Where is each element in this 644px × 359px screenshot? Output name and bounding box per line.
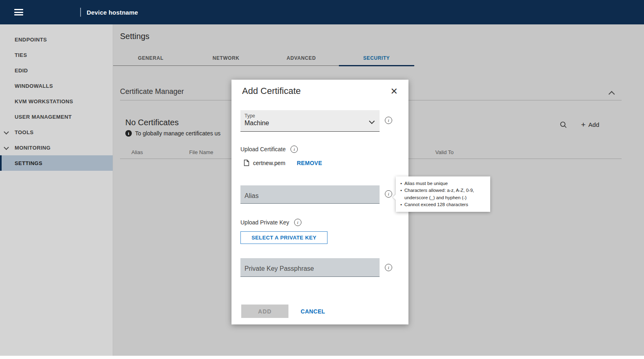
sidebar-item-label: TOOLS xyxy=(15,129,34,135)
sidebar-item-label: MONITORING xyxy=(15,145,50,151)
upload-private-key-info-icon[interactable]: i xyxy=(294,219,301,226)
screen: Device hostname ENDPOINTS TIES EDID WIND… xyxy=(0,0,644,359)
tab-general[interactable]: GENERAL xyxy=(113,50,188,65)
column-header-file-name: File Name xyxy=(189,149,213,155)
modal-title: Add Certificate xyxy=(242,86,301,96)
sidebar-item-label: EDID xyxy=(15,67,28,74)
type-select-value: Machine xyxy=(245,120,375,127)
file-icon xyxy=(244,159,249,166)
upload-certificate-info-icon[interactable]: i xyxy=(290,146,298,153)
alias-rules-tooltip: Alias must be unique Characters allowed:… xyxy=(396,176,490,212)
add-certificate-button[interactable]: + Add xyxy=(581,121,599,128)
sidebar-item-label: WINDOWALLS xyxy=(15,83,53,89)
column-header-valid-to: Valid To xyxy=(435,149,454,155)
tab-network[interactable]: NETWORK xyxy=(188,50,264,65)
info-icon: i xyxy=(125,130,132,137)
sidebar-item-label: ENDPOINTS xyxy=(15,37,47,43)
upload-certificate-row: Upload Certificate i xyxy=(240,146,298,153)
chevron-up-icon[interactable] xyxy=(609,91,614,96)
chevron-down-icon xyxy=(4,130,8,133)
alias-rule-item: Characters allowed: a-z, A-Z, 0-9, under… xyxy=(399,187,486,201)
page-title: Settings xyxy=(120,32,149,41)
add-button[interactable]: ADD xyxy=(241,305,288,318)
select-private-key-button[interactable]: SELECT A PRIVATE KEY xyxy=(240,231,327,244)
upload-certificate-label: Upload Certificate xyxy=(240,146,286,152)
upload-private-key-row: Upload Private Key i xyxy=(240,219,301,226)
alias-rule-item: Alias must be unique xyxy=(399,180,486,187)
sidebar-item-endpoints[interactable]: ENDPOINTS xyxy=(0,32,113,47)
uploaded-file-name: certnew.pem xyxy=(253,160,285,166)
type-select-label: Type xyxy=(245,113,375,119)
cancel-button[interactable]: CANCEL xyxy=(301,308,325,315)
type-info-icon[interactable]: i xyxy=(385,117,392,124)
sidebar-item-tools[interactable]: TOOLS xyxy=(0,124,113,140)
hamburger-menu-icon[interactable] xyxy=(14,9,23,15)
sidebar-item-settings[interactable]: SETTINGS xyxy=(0,155,113,171)
chevron-down-icon xyxy=(4,146,8,149)
sidebar-item-monitoring[interactable]: MONITORING xyxy=(0,140,113,155)
close-icon[interactable]: ✕ xyxy=(389,85,399,98)
sidebar-item-user-management[interactable]: USER MANAGEMENT xyxy=(0,109,113,124)
private-key-passphrase-input[interactable] xyxy=(240,258,380,277)
column-header-alias: Alias xyxy=(131,149,143,155)
type-select[interactable]: Type Machine xyxy=(240,110,380,132)
add-certificate-modal: Add Certificate ✕ Type Machine i Upload … xyxy=(231,80,408,324)
empty-state-info-text: To globally manage certificates us xyxy=(135,130,220,137)
search-icon[interactable] xyxy=(560,121,567,128)
chevron-down-icon xyxy=(370,119,374,123)
empty-state-info: i To globally manage certificates us xyxy=(125,130,220,137)
panel-controls: + Add xyxy=(560,121,599,128)
alias-info-icon[interactable]: i xyxy=(385,190,392,198)
settings-tabbar: GENERAL NETWORK ADVANCED SECURITY xyxy=(113,50,415,66)
sidebar-item-ties[interactable]: TIES xyxy=(0,47,113,63)
sidebar-item-label: TIES xyxy=(15,52,27,58)
panel-title: Certificate Manager xyxy=(120,87,184,96)
alias-rule-item: Cannot exceed 128 characters xyxy=(399,201,486,208)
plus-icon: + xyxy=(581,121,585,128)
sidebar-item-label: USER MANAGEMENT xyxy=(15,114,72,120)
sidebar-item-label: KVM WORKSTATIONS xyxy=(15,98,73,104)
sidebar: ENDPOINTS TIES EDID WINDOWALLS KVM WORKS… xyxy=(0,24,113,356)
modal-footer: ADD CANCEL xyxy=(241,305,325,318)
sidebar-item-kvm-workstations[interactable]: KVM WORKSTATIONS xyxy=(0,94,113,109)
upload-private-key-label: Upload Private Key xyxy=(240,219,289,226)
add-button-label: Add xyxy=(588,121,599,128)
tab-security[interactable]: SECURITY xyxy=(339,50,414,65)
tab-advanced[interactable]: ADVANCED xyxy=(264,50,339,65)
passphrase-info-icon[interactable]: i xyxy=(385,264,392,271)
sidebar-item-label: SETTINGS xyxy=(15,160,42,166)
alias-input[interactable] xyxy=(240,185,380,204)
empty-state-title: No Certificates xyxy=(125,118,179,127)
sidebar-item-edid[interactable]: EDID xyxy=(0,63,113,78)
topbar: Device hostname xyxy=(0,0,644,24)
uploaded-file-row: certnew.pem REMOVE xyxy=(244,159,322,166)
remove-file-link[interactable]: REMOVE xyxy=(297,160,322,166)
device-hostname: Device hostname xyxy=(87,9,138,16)
alias-rules-list: Alias must be unique Characters allowed:… xyxy=(399,180,486,208)
topbar-divider xyxy=(80,8,81,17)
sidebar-item-windowalls[interactable]: WINDOWALLS xyxy=(0,78,113,94)
